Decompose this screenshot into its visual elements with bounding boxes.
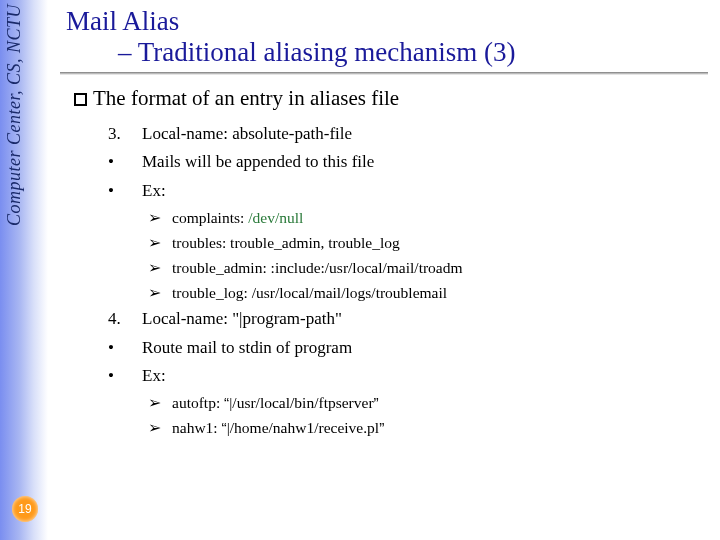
sub-item: ➢ nahw1: “|/home/nahw1/receive.pl” xyxy=(148,416,708,440)
list-item: • Ex: xyxy=(108,178,708,204)
sub-list: ➢ complaints: /dev/null ➢ troubles: trou… xyxy=(148,206,708,305)
square-bullet-icon xyxy=(74,93,87,106)
sub-item: ➢ trouble_log: /usr/local/mail/logs/trou… xyxy=(148,281,708,305)
sub-text: nahw1: “|/home/nahw1/receive.pl” xyxy=(172,416,384,440)
slide-title: Mail Alias – Traditional aliasing mechan… xyxy=(66,6,708,68)
title-dash: – xyxy=(118,37,138,67)
close-quote-icon: ” xyxy=(379,419,384,436)
arrow-icon: ➢ xyxy=(148,416,172,440)
sub-text: trouble_log: /usr/local/mail/logs/troubl… xyxy=(172,281,447,305)
list-number: 3. xyxy=(108,121,142,147)
sub-item: ➢ complaints: /dev/null xyxy=(148,206,708,230)
list-head: Local-name: "|program-path" xyxy=(142,306,342,332)
list-number: 4. xyxy=(108,306,142,332)
arrow-icon: ➢ xyxy=(148,391,172,415)
sidebar-label: Computer Center, CS, NCTU xyxy=(4,4,25,226)
page-number-badge: 19 xyxy=(12,496,38,522)
title-subtitle: Traditional aliasing mechanism (3) xyxy=(138,37,516,67)
sidebar-gradient: Computer Center, CS, NCTU xyxy=(0,0,48,540)
arrow-icon: ➢ xyxy=(148,231,172,255)
list-item: 4. Local-name: "|program-path" xyxy=(108,306,708,332)
sub-text-prefix: complaints: xyxy=(172,209,248,226)
arrow-icon: ➢ xyxy=(148,256,172,280)
slide-content: Mail Alias – Traditional aliasing mechan… xyxy=(60,6,708,441)
list-item: 3. Local-name: absolute-path-file xyxy=(108,121,708,147)
arrow-icon: ➢ xyxy=(148,206,172,230)
sub-text-value: |/home/nahw1/receive.pl xyxy=(227,419,379,436)
sub-text: trouble_admin: :include:/usr/local/mail/… xyxy=(172,256,463,280)
bullet-icon: • xyxy=(108,149,142,175)
list-item: • Mails will be appended to this file xyxy=(108,149,708,175)
bullet-icon: • xyxy=(108,335,142,361)
sub-list: ➢ autoftp: “|/usr/local/bin/ftpserver” ➢… xyxy=(148,391,708,440)
title-line1: Mail Alias xyxy=(66,6,708,37)
list-text: Route mail to stdin of program xyxy=(142,335,352,361)
sub-text-value: |/usr/local/bin/ftpserver xyxy=(229,394,373,411)
page-number: 19 xyxy=(18,502,31,516)
title-line2: – Traditional aliasing mechanism (3) xyxy=(118,37,708,68)
list-text: Ex: xyxy=(142,178,166,204)
section-heading: The format of an entry in aliases file xyxy=(74,86,708,111)
arrow-icon: ➢ xyxy=(148,281,172,305)
sub-item: ➢ troubles: trouble_admin, trouble_log xyxy=(148,231,708,255)
list-head: Local-name: absolute-path-file xyxy=(142,121,352,147)
close-quote-icon: ” xyxy=(374,394,379,411)
list-text: Ex: xyxy=(142,363,166,389)
title-divider xyxy=(60,72,708,74)
bullet-icon: • xyxy=(108,178,142,204)
list-item: • Ex: xyxy=(108,363,708,389)
sub-text-prefix: autoftp: xyxy=(172,394,224,411)
list-item: • Route mail to stdin of program xyxy=(108,335,708,361)
list-text: Mails will be appended to this file xyxy=(142,149,374,175)
heading-text: The format of an entry in aliases file xyxy=(93,86,399,110)
sub-text-prefix: nahw1: xyxy=(172,419,222,436)
sub-text: complaints: /dev/null xyxy=(172,206,303,230)
sub-text: troubles: trouble_admin, trouble_log xyxy=(172,231,400,255)
sub-item: ➢ trouble_admin: :include:/usr/local/mai… xyxy=(148,256,708,280)
sub-text: autoftp: “|/usr/local/bin/ftpserver” xyxy=(172,391,379,415)
body-list: 3. Local-name: absolute-path-file • Mail… xyxy=(108,121,708,440)
devnull-path: /dev/null xyxy=(248,209,303,226)
bullet-icon: • xyxy=(108,363,142,389)
sub-item: ➢ autoftp: “|/usr/local/bin/ftpserver” xyxy=(148,391,708,415)
